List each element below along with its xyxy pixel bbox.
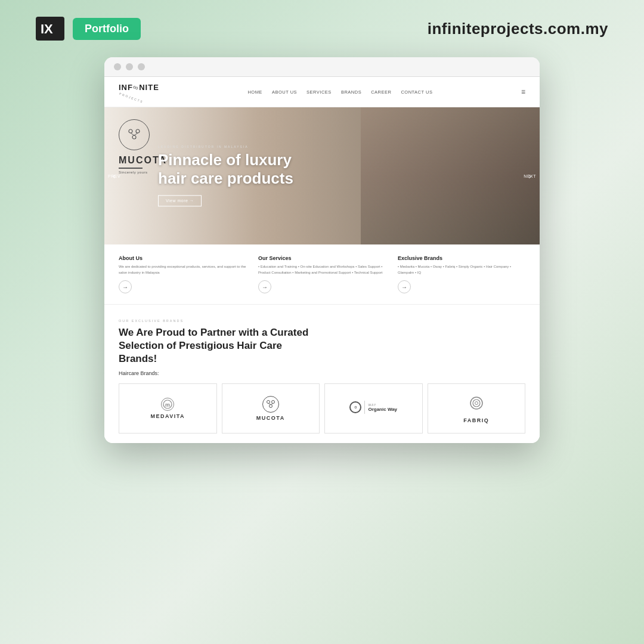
- nav-career[interactable]: CAREER: [371, 89, 391, 95]
- svg-point-3: [136, 129, 140, 133]
- mucota-logo-circle: [119, 119, 150, 150]
- brand-card-medavita: m MEDAVITA: [119, 383, 217, 434]
- mucota-brand-name-grid: MUCOTA: [256, 415, 285, 421]
- brands-grid: m MEDAVITA MUCOTA: [119, 383, 525, 434]
- svg-point-14: [470, 397, 482, 409]
- ix-logo-icon: IX: [36, 17, 64, 41]
- svg-line-5: [131, 133, 134, 135]
- nav-contact[interactable]: CONTACT US: [401, 89, 432, 95]
- fabriq-logo-icon: [467, 394, 486, 415]
- partner-section-label: OUR EXCLUSIVE BRANDS: [119, 319, 525, 323]
- oway-organic-text: Organic Way: [368, 407, 397, 412]
- svg-point-9: [267, 401, 270, 404]
- info-card-brands-arrow[interactable]: →: [398, 280, 411, 293]
- brand-card-oway: O WAY Organic Way: [324, 383, 423, 434]
- svg-line-6: [134, 133, 138, 135]
- svg-line-13: [271, 404, 273, 405]
- info-card-services-body: • Education and Training • On-site Educa…: [258, 264, 386, 275]
- brand-card-fabriq: FABRIQ: [428, 383, 526, 434]
- partner-section-title: We Are Proud to Partner with a Curated S…: [119, 326, 321, 366]
- svg-point-16: [475, 402, 478, 405]
- hero-section: MUCOTA Sincerely yours LEADING DISTRIBUT…: [104, 107, 540, 244]
- site-nav: INF∞NITEPROJECTS HOME ABOUT US SERVICES …: [104, 77, 540, 107]
- browser-chrome: [104, 57, 540, 77]
- info-card-services: Our Services • Education and Training • …: [258, 255, 386, 293]
- hero-cta-button[interactable]: View more →: [158, 196, 202, 207]
- info-card-brands-body: • Medavita • Mucota • Oway • Fabriq • Si…: [398, 264, 525, 275]
- svg-point-2: [129, 129, 132, 133]
- svg-line-12: [268, 404, 271, 405]
- svg-point-4: [132, 135, 136, 139]
- medavita-brand-name: MEDAVITA: [150, 413, 185, 419]
- hero-title: Pinnacle of luxury hair care products: [158, 151, 293, 188]
- browser-dot-2: [126, 63, 133, 70]
- svg-text:IX: IX: [41, 21, 53, 36]
- oway-text-block: WAY Organic Way: [368, 403, 397, 412]
- hero-content: LEADING DISTRIBUTOR IN MALAYSIA Pinnacle…: [158, 145, 293, 206]
- browser-window: INF∞NITEPROJECTS HOME ABOUT US SERVICES …: [104, 57, 540, 443]
- brand-card-mucota: MUCOTA: [222, 383, 320, 434]
- haircare-brands-label: Haircare Brands:: [119, 370, 525, 376]
- nav-links: HOME ABOUT US SERVICES BRANDS CAREER CON…: [247, 89, 432, 95]
- info-cards-section: About Us We are dedicated to providing e…: [104, 244, 540, 305]
- medavita-logo-icon: m: [161, 398, 174, 411]
- info-card-brands: Exclusive Brands • Medavita • Mucota • O…: [398, 255, 525, 293]
- top-left-branding: IX Portfolio: [36, 17, 141, 41]
- svg-text:m: m: [165, 402, 170, 408]
- nav-home[interactable]: HOME: [247, 89, 262, 95]
- browser-dot-1: [114, 63, 121, 70]
- portfolio-badge: Portfolio: [73, 18, 141, 40]
- info-card-services-arrow[interactable]: →: [258, 280, 271, 293]
- oway-logo-icon: O WAY Organic Way: [349, 401, 397, 414]
- hero-leading-text: LEADING DISTRIBUTOR IN MALAYSIA: [158, 145, 293, 148]
- nav-services[interactable]: SERVICES: [306, 89, 332, 95]
- nav-brands[interactable]: BRANDS: [341, 89, 361, 95]
- hamburger-menu-icon[interactable]: ≡: [521, 88, 525, 96]
- svg-point-11: [269, 405, 272, 408]
- mucota-swirl-icon: [125, 125, 144, 144]
- hero-prev-arrow-icon[interactable]: ‹: [113, 171, 116, 181]
- mucota-divider: [119, 168, 143, 169]
- mucota-small-logo-icon: [262, 396, 279, 413]
- info-card-services-title: Our Services: [258, 255, 386, 261]
- partner-section: OUR EXCLUSIVE BRANDS We Are Proud to Par…: [104, 305, 540, 443]
- hero-next-arrow-icon[interactable]: ›: [528, 171, 531, 181]
- domain-text: infiniteprojects.com.my: [428, 20, 608, 38]
- fabriq-brand-name: FABRIQ: [463, 417, 489, 423]
- nav-about[interactable]: ABOUT US: [272, 89, 297, 95]
- top-bar: IX Portfolio infiniteprojects.com.my: [0, 0, 644, 57]
- oway-o-circle: O: [349, 401, 361, 413]
- info-card-about: About Us We are dedicated to providing e…: [119, 255, 246, 293]
- svg-point-10: [271, 401, 274, 404]
- svg-point-15: [473, 400, 480, 407]
- info-card-about-arrow[interactable]: →: [119, 280, 132, 293]
- info-card-about-body: We are dedicated to providing exceptiona…: [119, 264, 246, 275]
- browser-dot-3: [138, 63, 145, 70]
- info-card-about-title: About Us: [119, 255, 246, 261]
- site-logo: INF∞NITEPROJECTS: [119, 83, 159, 101]
- info-card-brands-title: Exclusive Brands: [398, 255, 525, 261]
